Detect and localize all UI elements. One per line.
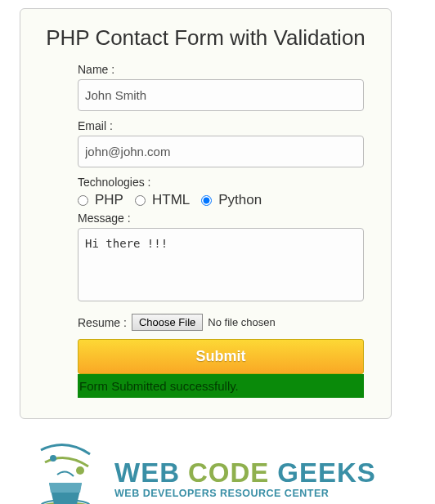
email-input[interactable] [78, 136, 364, 167]
logo-word-code: CODE [188, 459, 269, 486]
name-label: Name : [78, 63, 374, 76]
name-input[interactable] [78, 79, 364, 111]
svg-point-2 [76, 466, 84, 475]
radio-python-label: Python [218, 192, 262, 208]
resume-label: Resume : [78, 316, 127, 329]
submit-button[interactable]: Submit [78, 339, 364, 374]
radio-php-label: PHP [95, 192, 123, 208]
logo-tagline: WEB DEVELOPERS RESOURCE CENTER [114, 488, 376, 499]
page-title: PHP Contact Form with Validation [37, 25, 374, 51]
logo-word-web: WEB [114, 459, 180, 486]
radio-html[interactable] [135, 195, 146, 206]
logo-word-geeks: GEEKS [277, 459, 376, 486]
technologies-options: PHP HTML Python [78, 192, 374, 208]
technologies-label: Technologies : [78, 176, 374, 189]
radio-python[interactable] [201, 195, 212, 206]
message-label: Message : [78, 212, 374, 225]
svg-point-3 [50, 455, 56, 462]
resume-row: Resume : Choose File No file chosen [78, 314, 374, 331]
radio-php[interactable] [78, 195, 88, 206]
form-body: Name : Email : Technologies : PHP HTML P… [37, 63, 374, 398]
file-status-text: No file chosen [208, 316, 275, 328]
radio-html-label: HTML [152, 192, 190, 208]
contact-form-panel: PHP Contact Form with Validation Name : … [20, 8, 392, 419]
choose-file-button[interactable]: Choose File [132, 314, 203, 331]
footer-logo: WEB CODE GEEKS WEB DEVELOPERS RESOURCE C… [25, 434, 427, 504]
email-label: Email : [78, 119, 374, 132]
message-textarea[interactable]: Hi there !!! [78, 228, 364, 301]
success-message: Form Submitted successfully. [78, 374, 364, 398]
code-geeks-logo-icon [25, 434, 106, 504]
logo-wordmark: WEB CODE GEEKS [114, 459, 376, 486]
